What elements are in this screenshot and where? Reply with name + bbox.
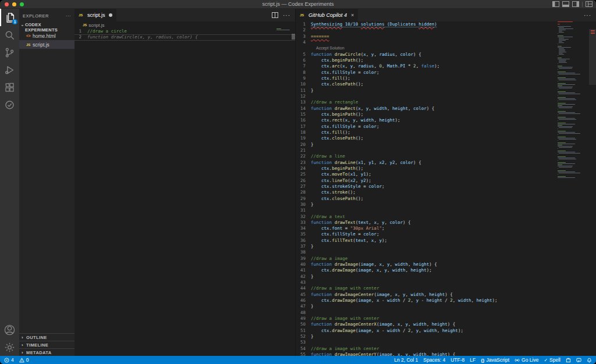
- code-line: 1Synthesizing 10/10 solutions (Duplicate…: [296, 22, 596, 27]
- zoom-window-button[interactable]: [20, 2, 24, 6]
- chevron-right-icon: ›: [22, 342, 26, 348]
- code-line: 35 ctx.fillStyle = color;: [296, 231, 596, 237]
- status-warnings[interactable]: 0: [19, 357, 29, 363]
- status-go-live[interactable]: Go Live: [515, 357, 538, 363]
- breadcrumb[interactable]: JS script.js: [74, 22, 295, 28]
- sidebar-more-actions-icon[interactable]: ···: [66, 13, 71, 19]
- file-item-home-html[interactable]: <>home.html: [19, 31, 74, 40]
- check-icon: ✓: [544, 357, 548, 363]
- overview-ruler[interactable]: [589, 22, 596, 356]
- status-indentation[interactable]: Spaces: 4: [423, 357, 445, 363]
- activity-bar: 1: [0, 9, 19, 356]
- activity-bar-explorer-icon[interactable]: 1: [0, 9, 19, 26]
- code-line: 12: [296, 94, 596, 99]
- right-tab-bar: JS GitHub Copilot 4 × ···: [296, 9, 596, 22]
- copilot-solutions-editor[interactable]: 1Synthesizing 10/10 solutions (Duplicate…: [296, 22, 596, 356]
- more-actions-icon[interactable]: ···: [584, 12, 591, 19]
- status-eol[interactable]: LF: [470, 357, 476, 363]
- code-line: 42}: [296, 274, 596, 280]
- code-line: 26 ctx.lineTo(x2, y2);: [296, 178, 596, 184]
- left-editor-actions: ···: [272, 9, 295, 22]
- code-line: 29 ctx.closePath();: [296, 196, 596, 202]
- status-bar: 40 Ln 2, Col 1Spaces: 4UTF-8LF{}JavaScri…: [0, 356, 596, 364]
- code-line: 38: [296, 249, 596, 255]
- code-line: 54//draw a image with center: [296, 346, 596, 352]
- sidebar-section-metadata[interactable]: ›METADATA: [19, 348, 74, 356]
- minimap[interactable]: [558, 22, 589, 356]
- status-spell-checker[interactable]: ✓Spell: [544, 357, 560, 363]
- more-actions-icon[interactable]: ···: [283, 12, 290, 19]
- code-line: 31: [296, 208, 596, 213]
- scrollbar-slider[interactable]: [589, 29, 596, 85]
- dirty-indicator-icon[interactable]: [109, 13, 112, 17]
- code-line: 47}: [296, 304, 596, 309]
- ghost-suggestion-line: 2function drawCircle(x, y, radius, color…: [74, 34, 295, 40]
- code-line: 36 ctx.fillText(text, x, y);: [296, 238, 596, 244]
- status-feedback[interactable]: [576, 358, 581, 363]
- titlebar-separator: [582, 2, 583, 7]
- activity-bar-search-icon[interactable]: [0, 26, 19, 44]
- code-line: 11}: [296, 88, 596, 94]
- code-line: 2: [296, 27, 596, 33]
- code-line: 48: [296, 310, 596, 316]
- workspace-folder-row[interactable]: › CODEX EXPERIMENTS: [19, 23, 74, 31]
- code-line: 24 ctx.beginPath();: [296, 166, 596, 172]
- status-language-mode[interactable]: {}JavaScript: [481, 357, 509, 363]
- code-line: 44//draw a image with center: [296, 286, 596, 291]
- error-circle-icon: [4, 358, 9, 363]
- smiley-icon: [576, 358, 581, 363]
- left-tab-bar: JS script.js ···: [74, 9, 295, 22]
- toggle-panel-icon[interactable]: [562, 1, 569, 7]
- code-line: 15 ctx.beginPath();: [296, 112, 596, 117]
- left-editor-group: JS script.js ··· JS script.js 1//draw a …: [74, 9, 295, 356]
- code-line: 50function drawImageCenterX(image, x, y,…: [296, 322, 596, 327]
- code-line: 14function drawRect(x, y, width, height,…: [296, 106, 596, 112]
- file-item-script-js[interactable]: JSscript.js: [19, 40, 74, 49]
- customize-layout-icon[interactable]: [586, 1, 593, 7]
- sidebar-section-outline[interactable]: ›OUTLINE: [19, 333, 74, 341]
- activity-bar-accounts-icon[interactable]: [0, 321, 19, 338]
- minimize-window-button[interactable]: [12, 2, 16, 6]
- minimap-line: [276, 30, 292, 31]
- close-tab-icon[interactable]: ×: [351, 12, 354, 18]
- status-errors[interactable]: 4: [4, 357, 14, 363]
- vscode-window: script.js — Codex Experiments 1 EXPLORER…: [0, 0, 596, 364]
- status-prettier[interactable]: [566, 358, 571, 363]
- status-encoding[interactable]: UTF-8: [450, 357, 464, 363]
- code-line: 30}: [296, 202, 596, 208]
- accept-solution-codelens[interactable]: Accept Solution: [296, 45, 596, 51]
- code-line: 28 ctx.stroke();: [296, 190, 596, 195]
- code-line: 18 ctx.fill();: [296, 130, 596, 135]
- sidebar-empty-space: [19, 49, 74, 333]
- left-minimap[interactable]: [276, 28, 292, 46]
- tab-script-js[interactable]: JS script.js: [74, 9, 117, 22]
- sidebar-section-timeline[interactable]: ›TIMELINE: [19, 341, 74, 348]
- chevron-down-icon: ›: [20, 25, 25, 30]
- sidebar-header: EXPLORER ···: [19, 9, 74, 23]
- split-editor-icon[interactable]: [272, 10, 278, 20]
- code-line: 49//draw a image with center: [296, 316, 596, 322]
- code-line: 10 ctx.closePath();: [296, 81, 596, 87]
- activity-bar-settings-icon[interactable]: [0, 338, 19, 356]
- code-line: 20}: [296, 142, 596, 148]
- toggle-secondary-sidebar-icon[interactable]: [572, 1, 579, 7]
- activity-bar-run-debug-icon[interactable]: [0, 61, 19, 78]
- code-line: 13//draw a rectangle: [296, 99, 596, 105]
- chevron-right-icon: ›: [22, 350, 26, 355]
- toggle-primary-sidebar-icon[interactable]: [552, 1, 559, 7]
- box-icon: [566, 358, 571, 363]
- activity-bar-testing-icon[interactable]: [0, 96, 19, 113]
- status-notifications[interactable]: [587, 358, 592, 363]
- code-line: 37}: [296, 244, 596, 249]
- activity-bar-source-control-icon[interactable]: [0, 44, 19, 61]
- workspace-folder-label: CODEX EXPERIMENTS: [25, 22, 74, 33]
- code-line: 53: [296, 340, 596, 345]
- script-js-editor[interactable]: 1//draw a circle2function drawCircle(x, …: [74, 28, 295, 356]
- tab-github-copilot[interactable]: JS GitHub Copilot 4 ×: [296, 9, 359, 22]
- status-cursor-position[interactable]: Ln 2, Col 1: [394, 357, 418, 363]
- code-line: 9 ctx.fill();: [296, 76, 596, 81]
- js-file-icon: JS: [79, 13, 85, 17]
- code-line: 52}: [296, 334, 596, 340]
- activity-bar-extensions-icon[interactable]: [0, 78, 19, 96]
- close-window-button[interactable]: [5, 2, 9, 6]
